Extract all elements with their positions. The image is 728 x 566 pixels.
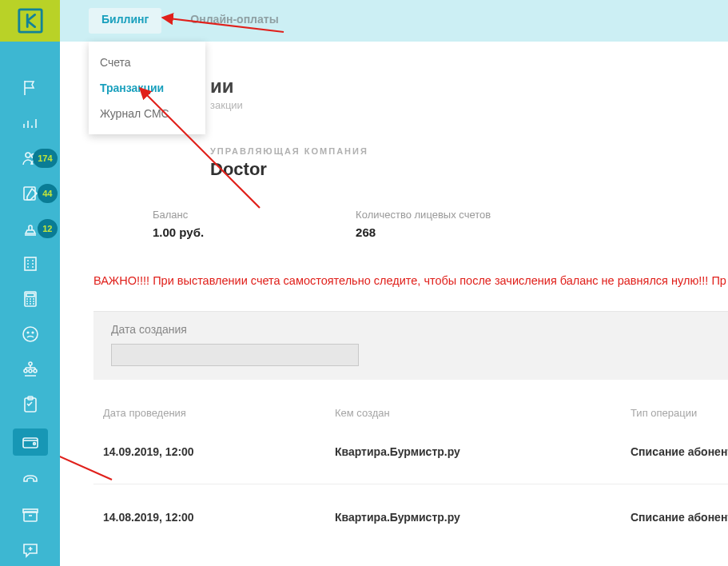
face-sad-icon xyxy=(21,325,40,344)
sidebar-item-flag[interactable] xyxy=(14,77,46,99)
topbar: Биллинг Онлайн-оплаты xyxy=(60,0,728,42)
svg-rect-0 xyxy=(18,10,41,32)
phone-icon xyxy=(21,470,40,489)
org-caption: УПРАВЛЯЮЩАЯ КОМПАНИЯ xyxy=(210,146,728,156)
tab-billing[interactable]: Биллинг xyxy=(89,8,161,34)
stamp-icon xyxy=(21,219,40,238)
svg-rect-4 xyxy=(25,257,36,270)
filter-date-input[interactable] xyxy=(111,344,359,366)
stat-accounts: Количество лицевых счетов 268 xyxy=(356,209,491,239)
table-body: 14.09.2019, 12:00 Квартира.Бурмистр.ру С… xyxy=(93,419,728,550)
accounts-value: 268 xyxy=(356,225,491,239)
table-header: Дата проведения Кем создан Тип операции xyxy=(93,407,728,419)
table-row[interactable]: 14.08.2019, 12:00 Квартира.Бурмистр.ру С… xyxy=(93,484,728,550)
calculator-icon xyxy=(21,289,40,309)
wallet-icon xyxy=(21,432,40,452)
chat-plus-icon xyxy=(21,540,40,560)
flag-icon xyxy=(21,78,40,98)
cell-date: 14.08.2019, 12:00 xyxy=(103,511,335,524)
accounts-label: Количество лицевых счетов xyxy=(356,209,491,221)
cell-by: Квартира.Бурмистр.ру xyxy=(335,511,631,524)
th-type: Тип операции xyxy=(631,407,728,419)
building-icon xyxy=(21,254,40,273)
svg-point-8 xyxy=(27,332,29,333)
sidebar-item-people[interactable]: 174 xyxy=(14,147,46,169)
th-by: Кем создан xyxy=(335,407,631,419)
cell-date: 14.09.2019, 12:00 xyxy=(103,445,335,458)
content: ии закции УПРАВЛЯЮЩАЯ КОМПАНИЯ Doctor Ба… xyxy=(60,75,728,550)
svg-point-7 xyxy=(23,327,38,341)
transactions-table: Дата проведения Кем создан Тип операции … xyxy=(93,407,728,550)
filter-panel: Дата создания xyxy=(93,311,728,380)
cell-by: Квартира.Бурмистр.ру xyxy=(335,445,631,458)
balance-label: Баланс xyxy=(153,209,204,221)
logo-icon xyxy=(17,7,44,34)
svg-point-12 xyxy=(29,369,32,373)
sidebar-item-chat[interactable] xyxy=(14,539,46,561)
sidebar-item-org[interactable] xyxy=(14,358,46,381)
svg-point-13 xyxy=(34,369,37,373)
warning-text: ВАЖНО!!!! При выставлении счета самостоя… xyxy=(93,274,728,287)
stat-balance: Баланс 1.00 руб. xyxy=(153,209,204,239)
badge: 44 xyxy=(38,184,57,203)
logo[interactable] xyxy=(0,0,60,42)
sidebar-item-archive[interactable] xyxy=(14,504,46,526)
sidebar-item-edit[interactable]: 44 xyxy=(14,182,46,205)
edit-icon xyxy=(21,184,40,203)
sidebar-item-phone[interactable] xyxy=(14,468,46,491)
filter-date-label: Дата создания xyxy=(111,323,710,336)
page-title: ии xyxy=(210,75,728,98)
sidebar-item-feedback[interactable] xyxy=(14,323,46,345)
svg-point-10 xyxy=(29,362,32,365)
svg-point-9 xyxy=(32,332,34,333)
cell-type: Списание абонент xyxy=(631,511,728,524)
sidebar-item-calculator[interactable] xyxy=(14,288,46,310)
badge: 174 xyxy=(33,149,57,168)
cell-type: Списание абонент xyxy=(631,445,728,458)
sidebar: 174 44 12 xyxy=(0,0,60,566)
dropdown-item-transactions[interactable]: Транзакции xyxy=(89,75,205,101)
box-icon xyxy=(21,505,40,524)
sidebar-item-analytics[interactable] xyxy=(14,112,46,134)
sidebar-item-stamp[interactable]: 12 xyxy=(14,217,46,240)
sidebar-item-building[interactable] xyxy=(14,253,46,275)
svg-point-17 xyxy=(33,443,35,445)
sidebar-items: 174 44 12 xyxy=(0,42,60,561)
badge: 12 xyxy=(38,219,57,238)
chart-icon xyxy=(21,114,40,133)
dropdown-item-accounts[interactable]: Счета xyxy=(89,50,205,75)
breadcrumb: закции xyxy=(210,99,728,111)
svg-point-1 xyxy=(26,153,30,157)
org-tree-icon xyxy=(21,360,40,379)
tab-online-payments[interactable]: Онлайн-оплаты xyxy=(177,8,291,34)
svg-point-11 xyxy=(24,369,27,373)
org-name: Doctor xyxy=(210,159,728,180)
billing-dropdown: Счета Транзакции Журнал СМС xyxy=(89,42,205,134)
page: Биллинг Онлайн-оплаты Счета Транзакции Ж… xyxy=(60,0,728,566)
th-date: Дата проведения xyxy=(103,407,335,419)
sidebar-item-billing[interactable] xyxy=(13,428,48,456)
svg-rect-19 xyxy=(23,509,38,512)
svg-rect-6 xyxy=(26,293,34,297)
sidebar-item-tasks[interactable] xyxy=(14,393,46,416)
table-row[interactable]: 14.09.2019, 12:00 Квартира.Бурмистр.ру С… xyxy=(93,419,728,484)
dropdown-item-sms-log[interactable]: Журнал СМС xyxy=(89,101,205,126)
balance-value: 1.00 руб. xyxy=(153,225,204,239)
clipboard-icon xyxy=(21,395,40,414)
